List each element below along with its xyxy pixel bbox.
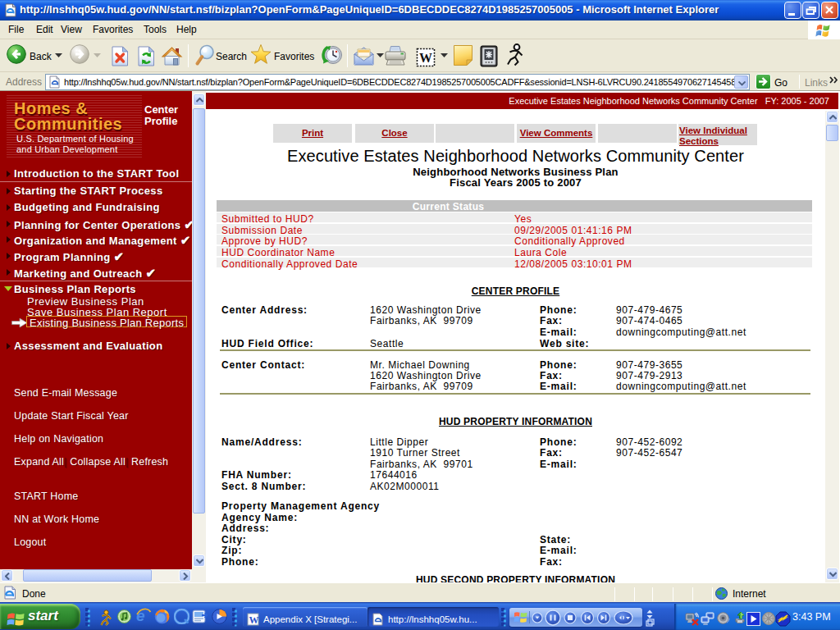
svg-text:W: W bbox=[419, 51, 432, 65]
svg-text:W: W bbox=[249, 614, 259, 626]
